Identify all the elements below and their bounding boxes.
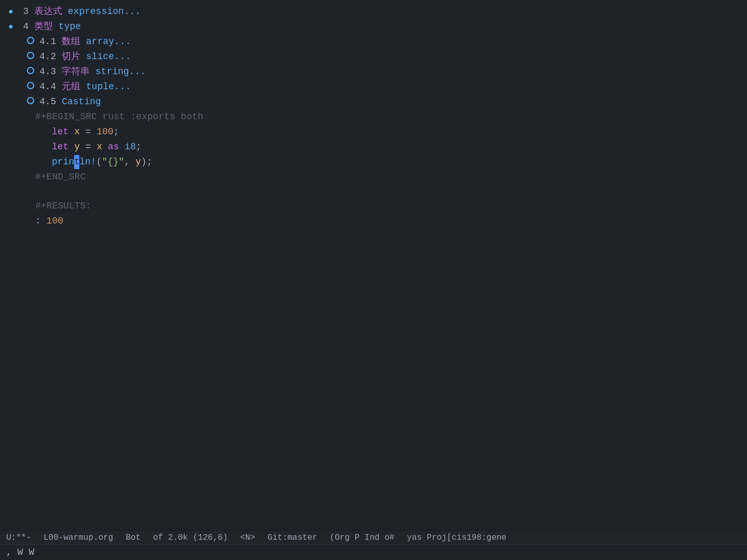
status-position-label: Bot [125, 531, 140, 544]
code-block-begin: #+BEGIN_SRC rust :exports both [0, 109, 747, 124]
list-item: 4.3 字符串 string... [0, 64, 747, 79]
circle-icon [27, 37, 34, 44]
editor-area: ● 3 表达式 expression... ● 4 类型 type 4.1 数组… [0, 0, 747, 529]
status-mode: U:**- [6, 531, 31, 544]
circle-icon [27, 67, 34, 74]
results-header: #+RESULTS: [0, 199, 747, 214]
empty-line [0, 185, 747, 199]
status-extra: yas Proj[cis198:gene [407, 531, 506, 544]
mini-buffer-text: , W W [6, 545, 34, 559]
code-line-2: let y = x as i8 ; [0, 139, 747, 155]
list-item: ● 3 表达式 expression... [0, 4, 747, 19]
status-file: L00-warmup.org [44, 531, 113, 544]
circle-icon [27, 82, 34, 89]
status-bar: U:**- L00-warmup.org Bot of 2.0k (126,6)… [0, 530, 747, 544]
list-item: 4.4 元组 tuple... [0, 79, 747, 94]
list-item: 4.5 Casting [0, 94, 747, 109]
code-block-end: #+END_SRC [0, 170, 747, 185]
circle-icon [27, 52, 34, 59]
bullet-icon: ● [8, 21, 13, 33]
list-item: 4.1 数组 array... [0, 34, 747, 49]
status-org-info: (Org P Ind o# [330, 531, 394, 544]
code-line-3: println! ( "{}" , y ); [0, 155, 747, 170]
bullet-icon: ● [8, 6, 13, 18]
mini-buffer: , W W [0, 544, 747, 560]
code-line-1: let x = 100 ; [0, 124, 747, 139]
status-nav: <N> [240, 531, 255, 544]
results-value: : 100 [0, 214, 747, 229]
cursor: t [74, 155, 79, 169]
status-position-info: of 2.0k (126,6) [153, 531, 228, 544]
list-item: 4.2 切片 slice... [0, 49, 747, 64]
status-git: Git:master [267, 531, 317, 544]
list-item: ● 4 类型 type [0, 19, 747, 34]
circle-icon [27, 97, 34, 104]
